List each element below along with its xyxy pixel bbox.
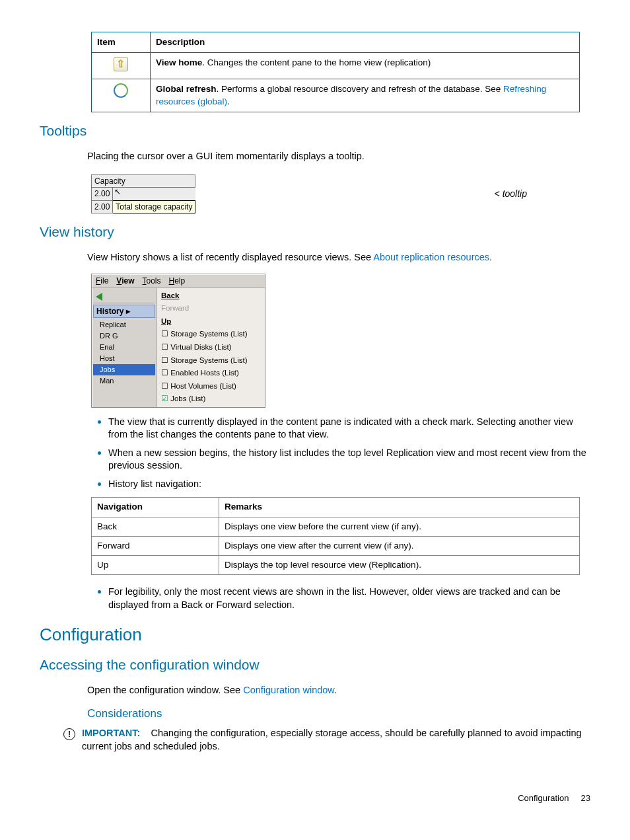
important-label: IMPORTANT:	[82, 728, 140, 738]
tree-node[interactable]: Enal	[93, 342, 155, 353]
history-item[interactable]: Enabled Hosts (List)	[160, 367, 262, 380]
history-item[interactable]: Virtual Disks (List)	[160, 341, 262, 354]
view-history-bullets: The view that is currently displayed in …	[91, 414, 590, 491]
important-icon: !	[63, 728, 75, 740]
view-history-intro: View History shows a list of recently di…	[87, 251, 590, 264]
global-refresh-icon	[114, 83, 128, 98]
configuration-window-link[interactable]: Configuration window	[243, 685, 334, 695]
list-item: For legibility, only the most recent vie…	[108, 584, 590, 611]
important-block: ! IMPORTANT: Changing the configuration,…	[63, 727, 590, 753]
page-footer: Configuration 23	[40, 792, 590, 804]
th-item: Item	[92, 32, 151, 53]
list-item: History list navigation:	[108, 477, 590, 491]
view-home-icon	[114, 57, 128, 71]
view-history-heading: View history	[40, 223, 590, 241]
history-back[interactable]: Back	[160, 289, 262, 303]
table-row: Global refresh. Performs a global resour…	[92, 79, 580, 112]
tooltip-caption: < tooltip	[495, 188, 527, 200]
menu-file[interactable]: File	[96, 276, 108, 286]
tooltips-body: Placing the cursor over a GUI item momen…	[87, 150, 590, 163]
row-text: . Performs a global resource discovery a…	[217, 84, 504, 94]
toolbar-description-table: Item Description View home. Changes the …	[91, 32, 580, 112]
about-replication-resources-link[interactable]: About replication resources	[373, 252, 489, 262]
row-bold: View home	[156, 57, 202, 67]
important-text: Changing the configuration, especially s…	[82, 728, 582, 751]
accessing-body: Open the configuration window. See Confi…	[87, 684, 590, 697]
footer-label: Configuration	[518, 793, 569, 803]
configuration-heading: Configuration	[40, 623, 590, 646]
history-item[interactable]: Storage Systems (List)	[160, 354, 262, 367]
table-row: Up Displays the top level resource view …	[92, 556, 580, 575]
menu-help[interactable]: Help	[169, 276, 186, 286]
history-item[interactable]: Storage Systems (List)	[160, 328, 262, 341]
th-description: Description	[151, 32, 580, 53]
view-history-screenshot: File View Tools Help History ▸ Replicat …	[91, 274, 265, 408]
th-navigation: Navigation	[92, 498, 219, 517]
tooltip-cell: 2.00	[92, 200, 113, 213]
row-after: .	[227, 96, 230, 106]
view-history-bullets-2: For legibility, only the most recent vie…	[91, 584, 590, 611]
table-row: Forward Displays one view after the curr…	[92, 536, 580, 555]
history-menu[interactable]: History ▸	[93, 305, 155, 318]
tooltip-popup: Total storage capacity	[113, 200, 195, 213]
tooltip-header: Capacity	[92, 175, 195, 188]
history-forward: Forward	[160, 302, 262, 315]
th-remarks: Remarks	[219, 498, 580, 517]
tooltip-cell: 2.00	[92, 188, 113, 200]
menu-view[interactable]: View	[116, 276, 134, 286]
tree-node[interactable]: Host	[93, 353, 155, 364]
table-row: View home. Changes the content pane to t…	[92, 53, 580, 79]
back-arrow-icon[interactable]	[96, 293, 102, 301]
accessing-heading: Accessing the configuration window	[40, 656, 590, 674]
tree-node[interactable]: DR G	[93, 330, 155, 342]
navigation-table: Navigation Remarks Back Displays one vie…	[91, 497, 580, 575]
tree-node[interactable]: Replicat	[93, 319, 155, 330]
considerations-heading: Considerations	[87, 706, 590, 722]
history-item[interactable]: Host Volumes (List)	[160, 380, 262, 393]
footer-page: 23	[581, 793, 590, 803]
tree-node[interactable]: Man	[93, 375, 155, 387]
menu-tools[interactable]: Tools	[143, 276, 161, 286]
list-item: The view that is currently displayed in …	[108, 414, 590, 441]
row-bold: Global refresh	[156, 84, 217, 94]
tooltip-demo: Capacity 2.00 ↖ 2.00 Total storage capac…	[91, 174, 195, 213]
history-up[interactable]: Up	[160, 315, 262, 328]
tree-node-selected[interactable]: Jobs	[93, 364, 155, 375]
row-text: . Changes the content pane to the home v…	[202, 57, 431, 67]
tooltips-heading: Tooltips	[40, 122, 590, 140]
history-item-checked[interactable]: Jobs (List)	[160, 393, 262, 406]
table-row: Back Displays one view before the curren…	[92, 517, 580, 536]
list-item: When a new session begins, the history l…	[108, 445, 590, 473]
menubar: File View Tools Help	[92, 274, 265, 288]
